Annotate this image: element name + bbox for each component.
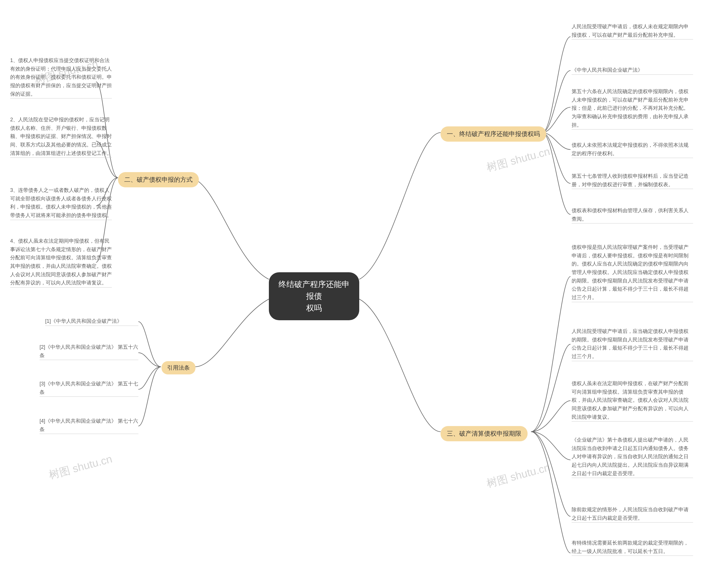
branch-one-leaf-5[interactable]: 第五十七条管理人收到债权申报材料后，应当登记造册，对申报的债权进行审查，并编制债…	[571, 172, 693, 189]
branch-three[interactable]: 三、破产清算债权申报期限	[441, 426, 527, 441]
branch-ref-label: 引用法条	[167, 364, 190, 371]
watermark: 树图 shutu.cn	[485, 144, 551, 175]
branch-two-leaf-3[interactable]: 3、连带债务人之一或者数人破产的，债权人可就全部债权向该债务人或者各债务人行使权…	[10, 186, 112, 220]
ref-leaf-3[interactable]: [3]《中华人民共和国企业破产法》 第五十七条	[40, 380, 138, 397]
branch-three-leaf-3[interactable]: 债权人虽未在法定期间申报债权，在破产财产分配前可向清算组申报债权。清算组负责审查…	[571, 379, 693, 422]
watermark: 树图 shutu.cn	[47, 452, 114, 482]
branch-three-leaf-2[interactable]: 人民法院受理破产申请后，应当确定债权人申报债权的期限。债权申报期限自人民法院发布…	[571, 327, 693, 361]
branch-three-leaf-5[interactable]: 除前款规定的情形外，人民法院应当自收到破产申请之日起十五日内裁定是否受理。	[571, 506, 693, 523]
ref-leaf-2[interactable]: [2]《中华人民共和国企业破产法》 第五十六条	[40, 343, 138, 360]
ref-leaf-4[interactable]: [4]《中华人民共和国企业破产法》 第七十六条	[40, 417, 138, 434]
branch-three-label: 三、破产清算债权申报期限	[447, 430, 521, 437]
branch-one-label: 一、终结破产程序还能申报债权吗	[447, 130, 540, 138]
branch-one-leaf-1[interactable]: 人民法院受理破产申请后，债权人未在规定期限内申报债权，可以在破产财产最后分配前补…	[571, 23, 693, 40]
branch-one-leaf-2[interactable]: 《中华人民共和国企业破产法》	[571, 66, 693, 75]
branch-one-leaf-3[interactable]: 第五十六条在人民法院确定的债权申报期限内，债权人未申报债权的，可以在破产财产最后…	[571, 87, 693, 129]
branch-two-leaf-2[interactable]: 2、人民法院在登记申报的债权时，应当记明债权人名称、住所、开户银行、申报债权数额…	[10, 116, 112, 158]
branch-two-leaf-1[interactable]: 1、债权人申报债权应当提交债权证明和合法有效的身份证明；代理申报人应当提交委托人…	[10, 57, 112, 99]
branch-two-leaf-4[interactable]: 4、债权人虽未在法定期间申报债权，但有民事诉讼法第七十六条规定情形的，在破产财产…	[10, 237, 112, 288]
center-title-line2: 权吗	[306, 303, 322, 312]
ref-leaf-1[interactable]: [1]《中华人民共和国企业破产法》	[45, 317, 138, 326]
watermark: 树图 shutu.cn	[485, 460, 551, 491]
branch-three-leaf-4[interactable]: 《企业破产法》第十条债权人提出破产申请的，人民法院应当自收到申请之日起五日内通知…	[571, 436, 693, 478]
branch-one-leaf-4[interactable]: 债权人未依照本法规定申报债权的，不得依照本法规定的程序行使权利。	[571, 141, 693, 158]
center-node[interactable]: 终结破产程序还能申报债 权吗	[269, 272, 359, 320]
branch-three-leaf-6[interactable]: 有特殊情况需要延长前两款规定的裁定受理期限的，经上一级人民法院批准，可以延长十五…	[571, 539, 693, 556]
branch-ref[interactable]: 引用法条	[162, 361, 196, 374]
branch-two[interactable]: 二、破产债权申报的方式	[118, 172, 199, 187]
branch-one-leaf-6[interactable]: 债权表和债权申报材料由管理人保存，供利害关系人查阅。	[571, 207, 693, 224]
branch-three-leaf-1[interactable]: 债权申报是指人民法院审理破产案件时，当受理破产申请后，债权人要申报债权。债权申报…	[571, 243, 693, 302]
center-title-line1: 终结破产程序还能申报债	[279, 280, 350, 300]
branch-one[interactable]: 一、终结破产程序还能申报债权吗	[441, 126, 546, 142]
branch-two-label: 二、破产债权申报的方式	[124, 176, 193, 183]
